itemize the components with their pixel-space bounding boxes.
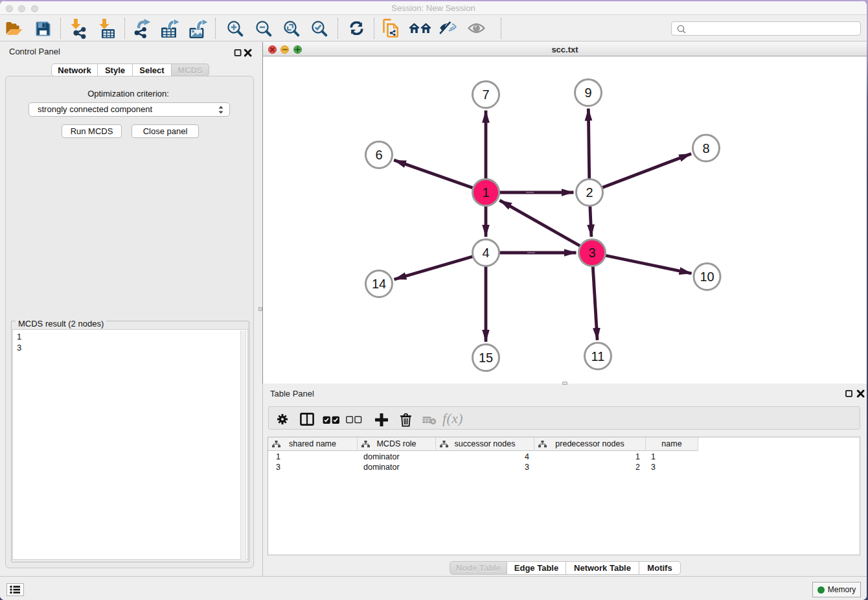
svg-text:6: 6: [375, 148, 382, 162]
svg-text:11: 11: [591, 349, 605, 363]
svg-text:9: 9: [584, 86, 591, 100]
svg-text:8: 8: [702, 141, 709, 156]
svg-text:3: 3: [588, 246, 595, 260]
svg-text:7: 7: [482, 87, 489, 102]
svg-text:10: 10: [700, 270, 714, 284]
svg-text:2: 2: [586, 185, 593, 200]
svg-text:4: 4: [482, 246, 489, 260]
svg-text:1: 1: [482, 185, 489, 200]
svg-text:14: 14: [372, 277, 386, 291]
svg-text:15: 15: [479, 351, 493, 365]
